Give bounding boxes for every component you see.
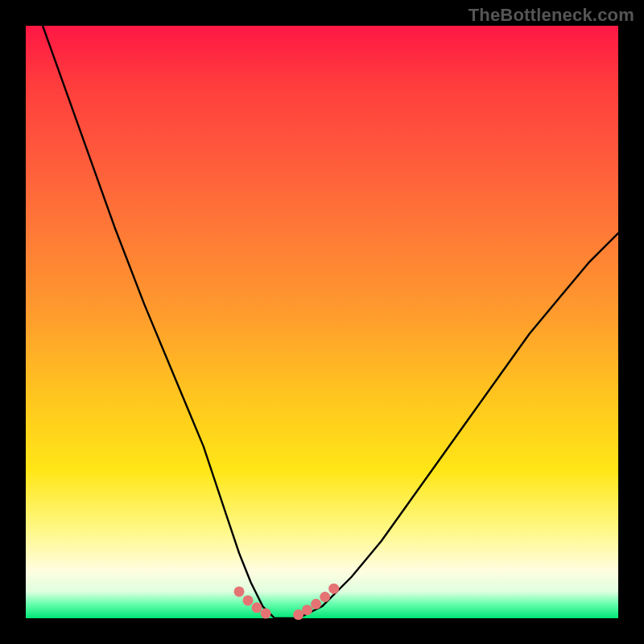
valley-marker: [320, 592, 330, 602]
valley-marker: [234, 586, 245, 597]
valley-marker: [311, 599, 321, 609]
valley-marker: [252, 602, 262, 613]
bottleneck-curve: [26, 0, 618, 618]
valley-marker: [328, 584, 339, 594]
valley-marker: [243, 595, 254, 605]
chart-svg: [26, 26, 618, 618]
valley-markers-group: [234, 584, 340, 620]
valley-marker: [293, 609, 303, 620]
watermark-label: TheBottleneck.com: [469, 5, 634, 26]
valley-marker: [261, 609, 271, 619]
plot-area: [26, 26, 618, 618]
valley-marker: [302, 605, 312, 615]
chart-frame: TheBottleneck.com: [0, 0, 644, 644]
